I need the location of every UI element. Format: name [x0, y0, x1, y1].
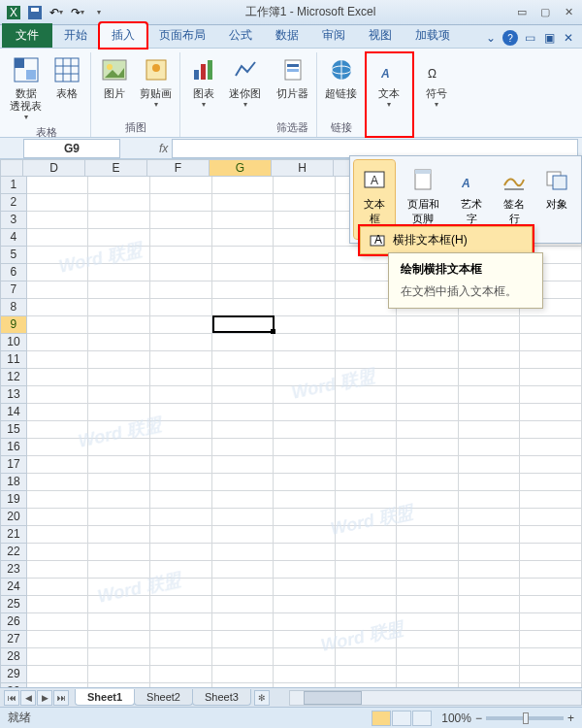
- maximize-button[interactable]: ▢: [535, 5, 555, 20]
- cell[interactable]: [27, 316, 89, 334]
- cell[interactable]: [397, 334, 459, 351]
- sheet-tab[interactable]: Sheet2: [134, 689, 193, 706]
- sheet-nav-next[interactable]: ▶: [37, 690, 52, 706]
- cell[interactable]: [274, 491, 336, 509]
- cell[interactable]: [88, 299, 150, 316]
- cell[interactable]: [150, 613, 212, 631]
- row-header[interactable]: 26: [0, 613, 27, 631]
- cell[interactable]: [520, 316, 582, 334]
- cell[interactable]: [520, 421, 582, 439]
- cell[interactable]: [459, 579, 521, 596]
- cell[interactable]: [88, 177, 150, 194]
- cell[interactable]: [397, 613, 459, 631]
- cell[interactable]: [520, 631, 582, 648]
- cell[interactable]: [397, 666, 459, 683]
- ribbon-minimize-icon[interactable]: ⌄: [483, 30, 499, 46]
- cell[interactable]: [212, 421, 275, 439]
- cell[interactable]: [27, 264, 89, 281]
- name-box[interactable]: G9: [23, 139, 120, 158]
- tab-home[interactable]: 开始: [52, 23, 99, 48]
- column-header[interactable]: D: [23, 159, 85, 177]
- cell[interactable]: [27, 177, 89, 194]
- cell[interactable]: [274, 386, 336, 404]
- sheet-nav-prev[interactable]: ◀: [20, 690, 36, 706]
- cell[interactable]: [150, 299, 212, 316]
- cell[interactable]: [397, 544, 459, 561]
- cell[interactable]: [27, 613, 89, 631]
- cell[interactable]: [459, 509, 521, 526]
- cell[interactable]: [150, 648, 212, 666]
- view-normal-button[interactable]: [372, 711, 391, 726]
- excel-icon[interactable]: X: [4, 3, 23, 22]
- cell[interactable]: [274, 456, 336, 474]
- cell[interactable]: [88, 264, 150, 281]
- cell[interactable]: [88, 334, 150, 351]
- cell[interactable]: [336, 491, 398, 509]
- hyperlink-button[interactable]: 超链接: [321, 52, 361, 118]
- cell[interactable]: [336, 369, 398, 386]
- cell[interactable]: [88, 316, 150, 334]
- cell[interactable]: [212, 439, 275, 456]
- cell[interactable]: [459, 561, 521, 579]
- cell[interactable]: [336, 456, 398, 474]
- cell[interactable]: [336, 351, 398, 369]
- cell[interactable]: [27, 351, 89, 369]
- cell[interactable]: [274, 509, 336, 526]
- cell[interactable]: [520, 544, 582, 561]
- cell[interactable]: [459, 386, 521, 404]
- object-button[interactable]: 对象: [536, 160, 577, 239]
- cell[interactable]: [336, 439, 398, 456]
- cell[interactable]: [88, 247, 150, 264]
- cell[interactable]: [397, 561, 459, 579]
- cell[interactable]: [459, 369, 521, 386]
- cell[interactable]: [212, 369, 275, 386]
- cell[interactable]: [150, 351, 212, 369]
- cell[interactable]: [212, 404, 275, 421]
- cell[interactable]: [459, 596, 521, 613]
- cell[interactable]: [150, 229, 212, 247]
- row-header[interactable]: 4: [0, 229, 27, 247]
- column-header[interactable]: G: [210, 159, 272, 177]
- cell[interactable]: [520, 613, 582, 631]
- zoom-slider[interactable]: [486, 716, 564, 720]
- cell[interactable]: [27, 212, 89, 229]
- view-layout-button[interactable]: [392, 711, 411, 726]
- cell[interactable]: [88, 491, 150, 509]
- cell[interactable]: [27, 579, 89, 596]
- row-header[interactable]: 27: [0, 631, 27, 648]
- cell[interactable]: [520, 526, 582, 544]
- cell[interactable]: [397, 439, 459, 456]
- tab-addins[interactable]: 加载项: [404, 23, 462, 48]
- row-header[interactable]: 28: [0, 648, 27, 666]
- cell[interactable]: [274, 526, 336, 544]
- sheet-tab[interactable]: Sheet3: [192, 689, 251, 706]
- cell[interactable]: [336, 404, 398, 421]
- row-header[interactable]: 24: [0, 579, 27, 596]
- cell[interactable]: [274, 474, 336, 491]
- cell[interactable]: [397, 474, 459, 491]
- cell[interactable]: [459, 631, 521, 648]
- cell[interactable]: [27, 666, 89, 683]
- cell[interactable]: [88, 544, 150, 561]
- cell[interactable]: [520, 666, 582, 683]
- cell[interactable]: [520, 456, 582, 474]
- cell[interactable]: [212, 456, 275, 474]
- cell[interactable]: [520, 334, 582, 351]
- cell[interactable]: [459, 351, 521, 369]
- cell[interactable]: [150, 177, 212, 194]
- column-header[interactable]: F: [147, 159, 210, 177]
- cell[interactable]: [88, 596, 150, 613]
- save-icon[interactable]: [25, 3, 45, 22]
- cell[interactable]: [336, 474, 398, 491]
- cell[interactable]: [27, 421, 89, 439]
- cell[interactable]: [520, 648, 582, 666]
- cell[interactable]: [274, 596, 336, 613]
- cell[interactable]: [397, 351, 459, 369]
- cell[interactable]: [88, 613, 150, 631]
- tab-data[interactable]: 数据: [264, 23, 310, 48]
- row-header[interactable]: 22: [0, 544, 27, 561]
- cell[interactable]: [459, 526, 521, 544]
- cell[interactable]: [88, 474, 150, 491]
- cell[interactable]: [336, 666, 398, 683]
- cell[interactable]: [150, 526, 212, 544]
